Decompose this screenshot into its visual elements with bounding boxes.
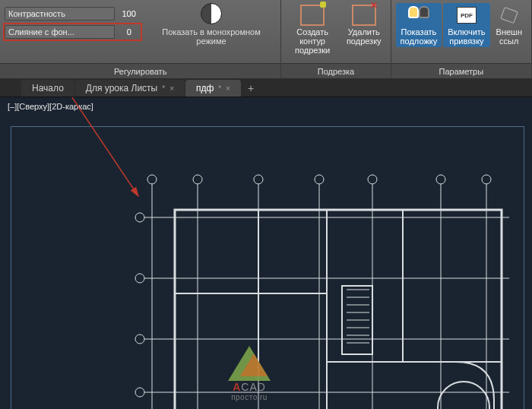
external-refs-label: Внешн ссыл xyxy=(496,27,522,46)
floor-plan-underlay xyxy=(129,164,524,409)
pdf-icon: PDF xyxy=(457,7,477,24)
svg-point-0 xyxy=(147,175,157,184)
svg-point-14 xyxy=(135,213,144,222)
svg-point-12 xyxy=(482,175,491,184)
svg-point-31 xyxy=(438,382,489,409)
svg-point-6 xyxy=(315,175,324,184)
tab-label: пдф xyxy=(196,83,214,94)
monochrome-label: Показать в монохромном режиме xyxy=(147,27,277,46)
tab-start[interactable]: Начало xyxy=(21,80,74,97)
panel-adjust-title: Регулировать xyxy=(0,63,280,78)
tab-label: Начало xyxy=(32,83,64,94)
enable-snap-label: Включить привязку xyxy=(448,27,485,46)
monochrome-toggle[interactable]: Показать в монохромном режиме xyxy=(147,3,277,46)
svg-point-16 xyxy=(135,274,144,283)
svg-point-2 xyxy=(193,175,202,184)
contrast-disc-icon xyxy=(201,3,222,24)
panel-clip: Создать контур подрезки Удалить подрезку… xyxy=(281,0,391,78)
delete-clip-label: Удалить подрезку xyxy=(347,27,382,46)
bulb-icon xyxy=(407,5,431,26)
contrast-control[interactable]: Контрастность 100 xyxy=(5,6,141,21)
add-tab-button[interactable]: + xyxy=(242,80,260,97)
fade-control[interactable]: Слияние с фон... 0 xyxy=(3,23,142,41)
panel-clip-title: Подрезка xyxy=(281,63,390,78)
contrast-value: 100 xyxy=(118,9,141,18)
viewport-label[interactable]: [–][Сверху][2D-каркас] xyxy=(8,102,93,111)
clip-create-icon xyxy=(300,5,325,26)
svg-point-4 xyxy=(254,175,263,184)
create-clip-button[interactable]: Создать контур подрезки xyxy=(286,3,339,56)
ribbon: Контрастность 100 Слияние с фон... 0 Пок… xyxy=(0,0,532,79)
clip-delete-icon xyxy=(352,5,376,26)
create-clip-label: Создать контур подрезки xyxy=(290,27,334,55)
tab-pdf[interactable]: пдф* × xyxy=(185,80,241,97)
fade-label: Слияние с фон... xyxy=(5,25,115,39)
panel-options: Показать подложку PDF Включить привязку … xyxy=(391,0,532,78)
document-tabs: Начало Для урока Листы* × пдф* × + xyxy=(0,79,532,97)
close-icon[interactable]: × xyxy=(226,84,230,93)
svg-point-20 xyxy=(135,388,144,397)
svg-point-8 xyxy=(368,175,377,184)
tab-lesson-sheets[interactable]: Для урока Листы* × xyxy=(75,80,185,97)
show-underlay-label: Показать подложку xyxy=(401,27,438,46)
svg-point-10 xyxy=(436,175,445,184)
contrast-label: Контрастность xyxy=(5,7,115,21)
external-refs-button[interactable]: Внешн ссыл xyxy=(492,3,527,47)
show-underlay-button[interactable]: Показать подложку xyxy=(396,3,442,47)
delete-clip-button[interactable]: Удалить подрезку xyxy=(342,3,386,47)
panel-options-title: Параметры xyxy=(391,63,531,78)
enable-snap-button[interactable]: PDF Включить привязку xyxy=(443,3,489,47)
svg-rect-24 xyxy=(175,210,502,409)
svg-point-18 xyxy=(135,334,144,344)
fade-value: 0 xyxy=(118,27,141,36)
panel-adjust: Контрастность 100 Слияние с фон... 0 Пок… xyxy=(0,0,281,78)
tab-label: Для урока Листы xyxy=(86,83,157,94)
drawing-viewport[interactable]: [–][Сверху][2D-каркас] xyxy=(0,97,532,409)
close-icon[interactable]: × xyxy=(169,84,174,93)
link-icon xyxy=(500,7,518,24)
